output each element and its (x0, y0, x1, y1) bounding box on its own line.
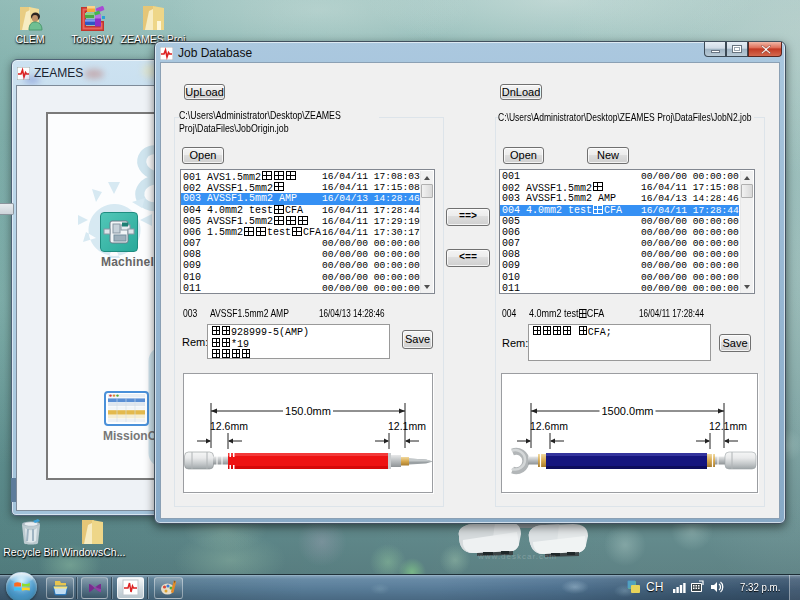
svg-text:12.1mm: 12.1mm (388, 420, 426, 432)
svg-text:150.0mm: 150.0mm (285, 405, 331, 417)
svg-text:12.1mm: 12.1mm (709, 420, 747, 432)
svg-text:12.6mm: 12.6mm (210, 420, 248, 432)
svg-text:1500.0mm: 1500.0mm (602, 405, 654, 417)
svg-text:12.6mm: 12.6mm (530, 420, 568, 432)
